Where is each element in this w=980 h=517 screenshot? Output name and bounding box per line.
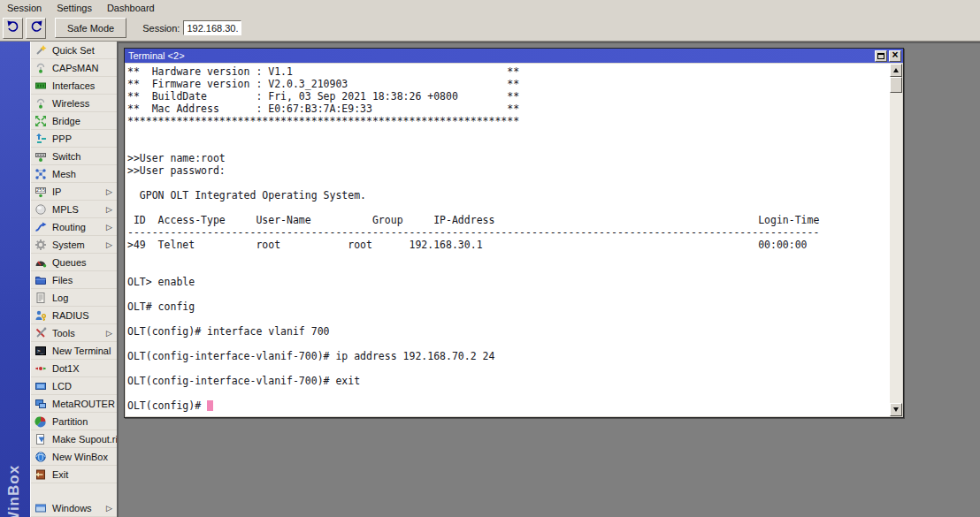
sidebar-item-switch[interactable]: Switch — [31, 148, 117, 165]
sidebar-item-mesh[interactable]: Mesh — [31, 165, 117, 183]
winbox-brand-strip: WinBox — [0, 42, 30, 517]
redo-button[interactable] — [26, 18, 46, 39]
arrow-down-icon — [893, 407, 899, 412]
new-winbox-icon — [34, 451, 47, 463]
sidebar-item-system[interactable]: System▷ — [31, 236, 117, 254]
sidebar-item-mpls[interactable]: MPLS▷ — [31, 201, 117, 218]
safe-mode-button[interactable]: Safe Mode — [55, 18, 126, 38]
sidebar-item-ip[interactable]: 255IP▷ — [31, 183, 117, 201]
scroll-up-button[interactable] — [890, 64, 902, 77]
workspace: Terminal <2> × ** Hardware version : V1.… — [117, 42, 980, 517]
queues-icon — [34, 256, 47, 269]
sidebar-item-label: IP — [52, 186, 61, 197]
main-area: WinBox Quick SetCAPsMANInterfacesWireles… — [0, 42, 980, 517]
svg-text:>_: >_ — [37, 347, 44, 354]
bridge-icon — [34, 115, 47, 127]
menu-session[interactable]: Session — [7, 3, 42, 13]
session-input[interactable] — [183, 20, 241, 35]
sidebar-item-label: MetaROUTER — [52, 399, 115, 409]
menu-settings[interactable]: Settings — [57, 3, 92, 13]
dot1x-icon — [34, 362, 47, 375]
routing-icon — [34, 221, 47, 233]
terminal-scrollbar[interactable] — [890, 64, 902, 416]
sidebar-item-label: Routing — [52, 222, 86, 232]
sidebar-item-interfaces[interactable]: Interfaces — [31, 77, 117, 95]
sidebar-item-label: Log — [52, 293, 68, 303]
winbox-vertical-logo: WinBox — [5, 465, 23, 517]
windows-icon — [34, 502, 47, 514]
scrollbar-thumb[interactable] — [890, 77, 902, 93]
session-label: Session: — [142, 23, 180, 34]
quick-set-icon — [34, 44, 47, 57]
submenu-arrow-icon: ▷ — [106, 205, 112, 214]
sidebar-item-quick-set[interactable]: Quick Set — [31, 42, 117, 59]
capsman-icon — [34, 62, 47, 74]
terminal-output-area[interactable]: ** Hardware version : V1.1 ** ** Firmwar… — [126, 64, 902, 416]
terminal-cursor — [207, 400, 213, 411]
sidebar-item-label: New Terminal — [52, 346, 111, 356]
sidebar-item-radius[interactable]: RADIUS — [31, 307, 117, 324]
make-supout-icon — [34, 433, 47, 445]
mesh-icon — [34, 168, 47, 180]
close-icon: × — [892, 49, 898, 60]
sidebar-item-label: Files — [52, 275, 73, 285]
submenu-arrow-icon: ▷ — [106, 240, 112, 249]
sidebar-item-bridge[interactable]: Bridge — [31, 112, 117, 130]
sidebar-item-label: Wireless — [52, 98, 89, 109]
submenu-arrow-icon: ▷ — [106, 223, 112, 232]
sidebar-item-label: Bridge — [52, 116, 80, 126]
partition-icon — [34, 415, 47, 428]
sidebar-item-log[interactable]: Log — [31, 289, 117, 307]
maximize-button[interactable] — [875, 50, 887, 62]
terminal-prompt: OLT(config)# — [127, 399, 207, 412]
sidebar-item-queues[interactable]: Queues — [31, 254, 117, 271]
interfaces-icon — [34, 80, 47, 92]
maximize-icon — [877, 53, 884, 59]
sidebar-item-partition[interactable]: Partition — [31, 413, 117, 430]
sidebar-item-lcd[interactable]: LCD — [31, 377, 117, 395]
sidebar-item-label: LCD — [52, 381, 72, 392]
sidebar-item-new-winbox[interactable]: New WinBox — [31, 448, 117, 466]
sidebar-item-tools[interactable]: Tools▷ — [31, 324, 117, 342]
sidebar-item-label: Quick Set — [52, 45, 95, 56]
sidebar-item-files[interactable]: Files — [31, 271, 117, 289]
terminal-text: ** Hardware version : V1.1 ** ** Firmwar… — [126, 64, 902, 412]
undo-button[interactable] — [3, 18, 23, 39]
submenu-arrow-icon: ▷ — [106, 329, 112, 338]
sidebar-item-label: Queues — [52, 257, 87, 268]
sidebar-item-label: New WinBox — [52, 452, 108, 462]
sidebar-item-label: CAPsMAN — [52, 63, 99, 73]
sidebar-item-label: Partition — [52, 416, 88, 427]
undo-arrow-icon — [6, 19, 20, 36]
arrow-up-icon — [893, 68, 899, 72]
scroll-down-button[interactable] — [890, 403, 902, 416]
lcd-icon — [34, 380, 47, 392]
sidebar-item-metarouter[interactable]: MetaROUTER — [31, 395, 117, 413]
sidebar-item-new-terminal[interactable]: >_New Terminal — [31, 342, 117, 360]
submenu-arrow-icon: ▷ — [106, 187, 112, 196]
sidebar-item-make-supout-rif[interactable]: Make Supout.rif — [31, 430, 117, 448]
terminal-titlebar[interactable]: Terminal <2> × — [125, 49, 903, 63]
sidebar-item-dot1x[interactable]: Dot1X — [31, 360, 117, 377]
wireless-icon — [34, 97, 47, 110]
sidebar-item-capsman[interactable]: CAPsMAN — [31, 59, 117, 77]
new-terminal-icon: >_ — [34, 345, 47, 357]
sidebar-item-label: System — [52, 239, 85, 250]
sidebar-item-exit[interactable]: Exit — [31, 466, 117, 483]
menu-dashboard[interactable]: Dashboard — [107, 3, 155, 13]
sidebar-item-label: RADIUS — [52, 310, 89, 321]
log-icon — [34, 292, 47, 304]
sidebar-item-label: Tools — [52, 328, 75, 338]
sidebar-item-label: Dot1X — [52, 363, 80, 374]
sidebar-item-label: MPLS — [52, 204, 79, 215]
radius-icon — [34, 309, 47, 322]
close-button[interactable]: × — [889, 50, 901, 62]
sidebar-item-routing[interactable]: Routing▷ — [31, 218, 117, 236]
sidebar-item-label: Mesh — [52, 169, 76, 179]
svg-text:255: 255 — [36, 187, 46, 193]
sidebar-item-windows[interactable]: Windows▷ — [31, 499, 117, 517]
sidebar-item-wireless[interactable]: Wireless — [31, 95, 117, 112]
switch-icon — [34, 150, 47, 163]
sidebar-item-label: PPP — [52, 133, 72, 144]
sidebar-item-ppp[interactable]: PPP — [31, 130, 117, 148]
